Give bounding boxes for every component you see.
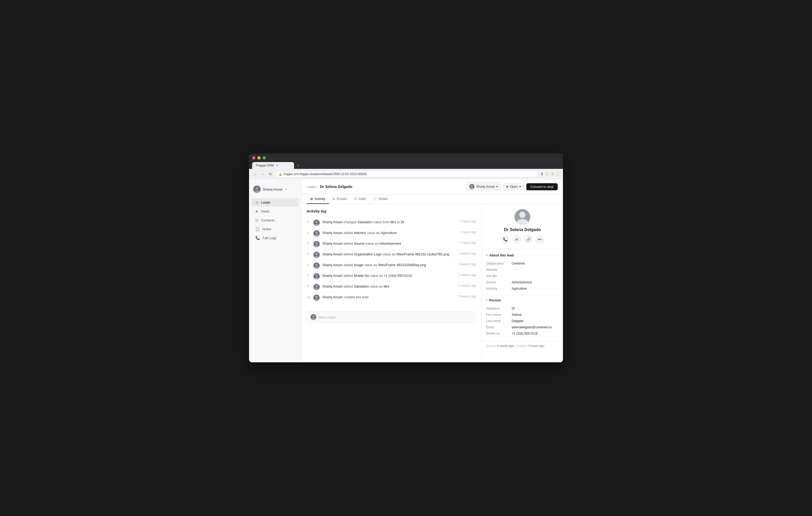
sidebar-item-label: Contacts — [261, 218, 274, 222]
sidebar-item-notes[interactable]: 📋 Notes — [251, 225, 299, 233]
active-tab[interactable]: Frappe CRM ✕ — [252, 162, 294, 169]
svg-point-10 — [315, 231, 318, 234]
activity-text: Shariq Ansari added Mobile No value as +… — [322, 273, 454, 278]
field-value: Centered — [512, 262, 559, 265]
mobile-value: +1 (316) 555-0116 — [512, 332, 559, 335]
browser-window: Frappe CRM ✕ + ← → ↻ 🔒 frappe crm.frappe… — [249, 154, 563, 362]
field-row: Mobile no. +1 (316) 555-0116 — [486, 330, 559, 337]
edit-icon: ✎ — [307, 231, 311, 235]
activity-time: 2 weeks ago — [459, 252, 476, 255]
convert-to-deal-button[interactable]: Convert to deal — [526, 183, 558, 190]
share-icon[interactable]: ⬆ — [541, 172, 544, 176]
address-bar[interactable]: 🔒 frappe crm.frappe.cloud/crm/leads/CRM-… — [275, 171, 539, 177]
tab-notes[interactable]: 📄 Notes — [370, 194, 392, 204]
contact-name: Dr Selena Delgado — [486, 227, 559, 232]
avatar — [313, 295, 320, 301]
chevron-down-icon: ▾ — [486, 253, 488, 257]
url-text: frappe crm.frappe.cloud/crm/leads/CRM-LE… — [284, 172, 367, 176]
email-button[interactable]: ✉ — [513, 235, 521, 244]
field-value: Selena — [512, 313, 559, 316]
avatar — [313, 219, 320, 226]
browser-chrome: Frappe CRM ✕ + — [249, 154, 563, 169]
tab-activity[interactable]: ⊞ Activity — [307, 194, 329, 204]
field-label: Job title — [486, 274, 510, 278]
svg-point-19 — [315, 264, 318, 266]
reply-avatar — [311, 314, 316, 320]
sidebar-user[interactable]: Shariq Ansari ▾ — [249, 183, 301, 197]
bookmark-icon[interactable]: ☆ — [545, 172, 549, 176]
forward-button[interactable]: → — [260, 172, 266, 177]
activity-text: Shariq Ansari added Image value as /file… — [322, 263, 454, 268]
activity-text: Shariq Ansari added Salutation value as … — [322, 284, 454, 289]
tab-calls-label: Calls — [358, 197, 366, 201]
svg-point-22 — [315, 274, 318, 277]
status-button[interactable]: Open ▾ — [503, 183, 523, 190]
activity-prep: value from — [374, 220, 390, 224]
activity-action: changed — [344, 220, 357, 224]
activity-user: Shariq Ansari — [322, 242, 342, 245]
activity-text: Shariq Ansari added Source value as Adve… — [322, 241, 455, 246]
close-window-button[interactable] — [252, 156, 255, 159]
avatar — [313, 273, 320, 279]
header-actions: Shariq Ansari ▾ Open ▾ Convert to deal — [466, 182, 558, 191]
browser-tabs: Frappe CRM ✕ + — [252, 162, 560, 169]
calls-tab-icon: ✆ — [354, 197, 357, 201]
sidebar-item-contacts[interactable]: ⊡ Contacts — [251, 216, 299, 224]
edit-icon: ✎ — [307, 284, 311, 288]
activity-new-value: /files/Frame 482152 (1)4ce765.png — [396, 252, 449, 256]
edit-icon: ✎ — [307, 242, 311, 245]
link-button[interactable]: 🔗 — [524, 235, 532, 244]
extensions-icon[interactable]: ⚡ — [550, 172, 555, 176]
sidebar-item-leads[interactable]: ◎ Leads — [251, 198, 299, 207]
field-value: Delgado — [512, 319, 559, 323]
about-section-header[interactable]: ▾ About this lead — [486, 253, 559, 257]
activity-action: created this lead — [344, 295, 368, 299]
assignee-button[interactable]: Shariq Ansari ▾ — [466, 182, 501, 191]
activity-time: 2 weeks ago — [459, 284, 476, 287]
breadcrumb-leads-link[interactable]: Leads — [307, 185, 316, 189]
maximize-window-button[interactable] — [263, 156, 266, 159]
phone-button[interactable]: 📞 — [501, 235, 509, 244]
svg-point-25 — [315, 285, 318, 287]
activity-log-title: Activity log — [307, 209, 476, 213]
activity-time: 2 weeks ago — [459, 295, 476, 298]
tab-calls[interactable]: ✆ Calls — [351, 194, 370, 204]
person-section-title: Person — [489, 298, 501, 302]
refresh-button[interactable]: ↻ — [268, 172, 273, 177]
sidebar: Shariq Ansari ▾ ◎ Leads ◈ Deals ⊡ Contac… — [249, 179, 301, 362]
person-section-header[interactable]: ▾ Person — [486, 298, 559, 302]
more-options-button[interactable]: ••• — [535, 235, 544, 244]
tab-emails[interactable]: ✉ Emails — [329, 194, 351, 204]
sidebar-item-label: Deals — [261, 209, 269, 213]
about-section: ▾ About this lead Organization Centered … — [482, 249, 563, 341]
reply-input[interactable]: Add a reply... — [307, 311, 476, 323]
status-chevron-icon: ▾ — [519, 185, 521, 188]
activity-time: 2 weeks ago — [459, 273, 476, 277]
reply-placeholder: Add a reply... — [318, 315, 338, 319]
activity-action: added — [344, 231, 354, 235]
field-value — [512, 274, 559, 278]
source-label: Source — [486, 280, 510, 284]
activity-user: Shariq Ansari — [322, 252, 342, 256]
activity-text: Shariq Ansari added Organization Logo va… — [322, 252, 454, 257]
sidebar-username: Shariq Ansari — [263, 187, 283, 191]
sidebar-item-deals[interactable]: ◈ Deals — [251, 207, 299, 215]
new-tab-button[interactable]: + — [295, 163, 301, 168]
sidebar-item-call-logs[interactable]: 📞 Call Logs — [251, 234, 299, 242]
back-button[interactable]: ← — [252, 172, 258, 177]
lock-icon: 🔒 — [279, 173, 282, 176]
activity-user: Shariq Ansari — [322, 220, 342, 224]
avatar — [313, 230, 320, 237]
activity-time: 7 hours ago — [460, 241, 476, 245]
contact-actions: 📞 ✉ 🔗 ••• — [486, 235, 559, 244]
activity-action: added — [344, 263, 354, 267]
sidebar-nav: ◎ Leads ◈ Deals ⊡ Contacts 📋 Notes 📞 — [249, 198, 301, 242]
tab-close-button[interactable]: ✕ — [276, 164, 278, 167]
field-value: Dr — [512, 307, 559, 310]
edit-icon: ✎ — [307, 220, 311, 224]
minimize-window-button[interactable] — [257, 156, 261, 159]
table-row: ✎ Shariq Ansari added Salutation value a… — [307, 282, 476, 293]
activity-connector: to — [397, 220, 401, 224]
menu-icon[interactable]: ⋮ — [556, 172, 560, 176]
activity-user: Shariq Ansari — [322, 284, 342, 288]
